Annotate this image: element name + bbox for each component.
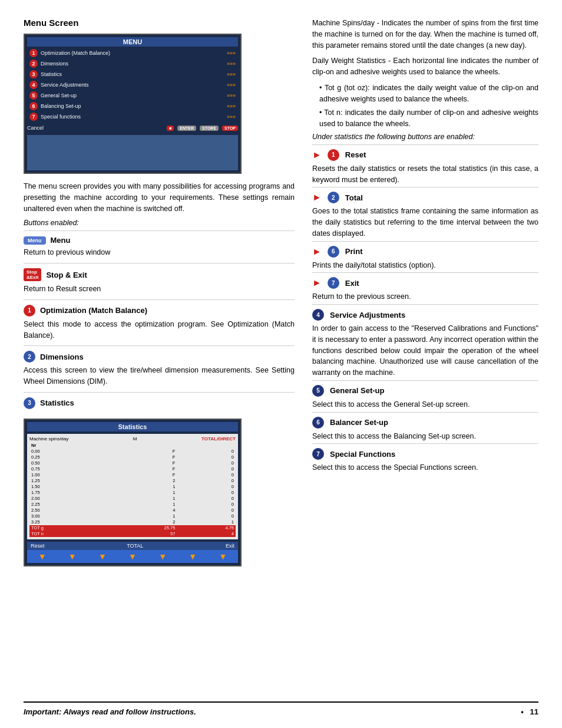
menu-item-arrows-5: »»»: [227, 93, 236, 98]
statistics-section: 3 Statistics: [24, 392, 295, 414]
stats-bottom-bar: Reset TOTAL Exit: [27, 542, 238, 550]
print-arrow: ►: [312, 246, 322, 257]
menu-bottom-area: [27, 135, 238, 170]
main-content: Menu Screen MENU 1 Optimization (Match B…: [24, 18, 538, 692]
general-setup-label: General Set-up: [330, 386, 384, 395]
exit-badge: 7: [328, 277, 339, 289]
balancer-setup-desc: Select this to access the Balancing Set-…: [312, 431, 538, 442]
stats-data-row: 2.2510: [29, 502, 236, 508]
stats-col-header: TOTAL/DIRECT: [201, 436, 236, 442]
nav-arrow-1[interactable]: ▼: [38, 552, 47, 561]
stats-total-g-row: TOT g25.754.75: [29, 525, 236, 531]
reset-btn-header: ► 1 Reset: [312, 149, 538, 161]
stats-exit-btn[interactable]: Exit: [226, 543, 234, 549]
bullet-tot-n: Tot n: indicates the daily number of cli…: [319, 107, 538, 130]
menu-btn-stop[interactable]: STOP: [222, 126, 238, 131]
menu-item: 2 Dimensions »»»: [27, 59, 238, 68]
stats-data-row: 3.2521: [29, 519, 236, 525]
dimensions-section: 2 Dimensions Access this screen to view …: [24, 345, 295, 392]
total-arrow: ►: [312, 192, 322, 203]
menu-item-arrows-7: »»»: [227, 114, 236, 120]
opt-btn-header: 1 Optimization (Match Balance): [24, 305, 295, 317]
stop-exit-section: Stop&Exit Stop & Exit Return to Result s…: [24, 263, 295, 299]
menu-screen-mockup: MENU 1 Optimization (Match Balance) »»» …: [24, 34, 242, 174]
stop-btn-header: Stop&Exit Stop & Exit: [24, 268, 295, 281]
stats-header-m: M: [133, 436, 137, 442]
menu-item-arrows-4: »»»: [227, 82, 236, 88]
menu-items-list: 1 Optimization (Match Balance) »»» 2 Dim…: [27, 48, 238, 121]
nav-arrow-6[interactable]: ▼: [189, 552, 197, 561]
menu-description: The menu screen provides you with many p…: [24, 181, 295, 214]
general-setup-section: 5 General Set-up Select this to access t…: [312, 380, 538, 412]
service-adj-btn-header: 4 Service Adjustments: [312, 309, 538, 321]
nav-arrow-4[interactable]: ▼: [128, 552, 137, 561]
stats-col-row: Nr: [29, 443, 236, 449]
reset-arrow: ►: [312, 150, 322, 160]
buttons-enabled-label: Buttons enabled:: [24, 219, 295, 227]
stats-label: Statistics: [40, 398, 74, 407]
stats-total-n-row: TOT n574: [29, 531, 236, 537]
menu-item-label-3: Statistics: [41, 71, 227, 77]
stats-data-row: 0.50F0: [29, 460, 236, 466]
menu-badge-2: 2: [29, 60, 38, 68]
total-section: ► 2 Total Goes to the total statistics f…: [312, 187, 538, 241]
stats-data-row: 3.0010: [29, 513, 236, 519]
special-functions-desc: Select this to access the Special Functi…: [312, 462, 538, 473]
menu-item: 3 Statistics »»»: [27, 70, 238, 79]
reset-desc: Resets the daily statistics or resets th…: [312, 163, 538, 186]
menu-cancel-row: Cancel ■ ENTER STORE STOP: [27, 123, 238, 133]
menu-item: 1 Optimization (Match Balance) »»»: [27, 48, 238, 58]
right-para-2: Daily Weight Statistics - Each horizonta…: [312, 55, 538, 78]
menu-screen-title: MENU: [27, 37, 238, 47]
balancer-setup-badge: 6: [312, 417, 324, 429]
stats-data-row: 0.00F0: [29, 449, 236, 454]
footer-page-num: • 11: [521, 707, 538, 716]
dim-badge: 2: [24, 351, 35, 363]
menu-item: 5 General Set-up »»»: [27, 91, 238, 100]
menu-item: 4 Service Adjustments »»»: [27, 80, 238, 90]
stats-col-val2: [177, 443, 236, 449]
balancer-setup-btn-header: 6 Balancer Set-up: [312, 417, 538, 429]
stop-button-desc: Return to Result screen: [24, 284, 295, 295]
opt-label: Optimization (Match Balance): [40, 306, 147, 315]
menu-btn-enter[interactable]: ENTER: [177, 126, 196, 131]
service-adj-desc: In order to gain access to the "Reserved…: [312, 323, 538, 378]
stop-button-label: Stop & Exit: [46, 271, 87, 279]
general-setup-desc: Select this to access the General Set-up…: [312, 399, 538, 410]
menu-cancel-text: Cancel: [27, 125, 44, 131]
exit-desc: Return to the previous screen.: [312, 291, 538, 302]
exit-section: ► 7 Exit Return to the previous screen.: [312, 272, 538, 304]
menu-btn-store[interactable]: STORE: [200, 126, 219, 131]
total-label: Total: [345, 193, 363, 202]
menu-item: 6 Balancing Set-up »»»: [27, 101, 238, 111]
print-desc: Prints the daily/total statistics (optio…: [312, 260, 538, 271]
menu-button-desc: Return to previous window: [24, 247, 295, 258]
stats-total-btn[interactable]: TOTAL: [127, 543, 143, 549]
menu-btn-cancel[interactable]: ■: [167, 126, 174, 131]
page-footer: Important: Always read and follow instru…: [24, 701, 538, 716]
dim-label: Dimensions: [40, 353, 84, 361]
balancer-setup-label: Balancer Set-up: [330, 418, 388, 427]
menu-item-label-6: Balancing Set-up: [41, 103, 227, 109]
dim-btn-header: 2 Dimensions: [24, 351, 295, 363]
total-badge: 2: [328, 192, 339, 203]
exit-btn-header: ► 7 Exit: [312, 277, 538, 289]
print-section: ► 6 Print Prints the daily/total statist…: [312, 241, 538, 273]
italic-note: Under statistics the following buttons a…: [312, 133, 538, 141]
menu-badge-6: 6: [29, 102, 38, 110]
stats-col-nr: Nr: [29, 443, 106, 449]
nav-arrow-2[interactable]: ▼: [68, 552, 77, 561]
stats-data-row: 0.25F0: [29, 454, 236, 460]
menu-item-arrows-2: »»»: [227, 61, 236, 67]
stats-reset-btn[interactable]: Reset: [31, 543, 45, 549]
nav-arrow-7[interactable]: ▼: [219, 552, 227, 561]
stats-data-row: 1.00F0: [29, 472, 236, 478]
menu-item-arrows-1: »»»: [227, 50, 236, 56]
nav-arrow-3[interactable]: ▼: [98, 552, 107, 561]
menu-item-label-4: Service Adjustments: [41, 82, 227, 88]
general-setup-badge: 5: [312, 385, 324, 397]
nav-arrow-5[interactable]: ▼: [158, 552, 167, 561]
menu-button-badge: Menu: [24, 236, 46, 245]
dim-desc: Access this screen to view the tire/whee…: [24, 365, 295, 387]
print-label: Print: [345, 247, 363, 256]
